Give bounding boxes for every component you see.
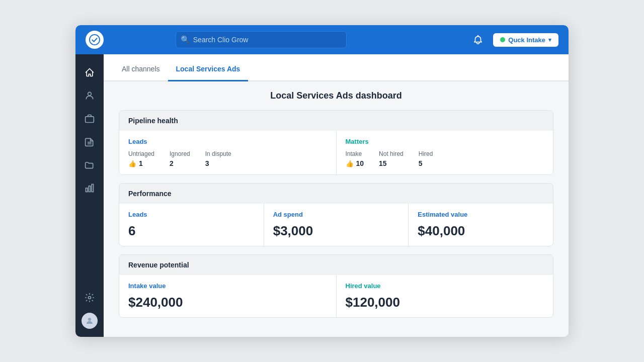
sidebar-item-folders[interactable] — [79, 155, 100, 175]
svg-rect-2 — [86, 117, 94, 123]
search-icon: 🔍 — [181, 35, 190, 44]
sidebar-item-reports[interactable] — [79, 178, 100, 198]
sidebar-item-matters[interactable] — [79, 109, 100, 129]
intake-value: 👍 10 — [346, 159, 364, 167]
thumb-teal-icon: 👍 — [346, 160, 354, 167]
ignored-metric: Ignored 2 — [170, 150, 190, 167]
svg-point-1 — [88, 92, 92, 96]
performance-header: Performance — [119, 184, 553, 204]
thumb-icon: 👍 — [128, 160, 136, 167]
sidebar-item-home[interactable] — [79, 62, 100, 82]
perf-ad-spend-value: $3,000 — [273, 223, 399, 239]
tab-bar: All channels Local Services Ads — [104, 54, 569, 81]
search-input[interactable] — [176, 31, 347, 48]
app-window: 🔍 Quck Intake ▾ — [75, 25, 569, 337]
svg-rect-6 — [89, 186, 90, 192]
ignored-value: 2 — [170, 159, 190, 167]
tab-local-services-ads[interactable]: Local Services Ads — [168, 58, 249, 81]
perf-est-value-label: Estimated value — [418, 211, 544, 218]
sidebar-item-contacts[interactable] — [79, 85, 100, 106]
untriaged-label: Untriaged — [128, 150, 154, 157]
performance-body: Leads 6 Ad spend $3,000 Estimated value … — [119, 204, 553, 246]
hired-label: Hired — [419, 150, 433, 157]
svg-point-9 — [88, 318, 91, 321]
sidebar-bottom — [79, 288, 100, 329]
perf-ad-spend-section: Ad spend $3,000 — [264, 204, 409, 246]
not-hired-metric: Not hired 15 — [379, 150, 404, 167]
in-dispute-label: In dispute — [205, 150, 231, 157]
revenue-potential-card: Revenue potential Intake value $240,000 … — [119, 254, 553, 318]
intake-label: Quck Intake — [508, 36, 545, 44]
content-area: All channels Local Services Ads Local Se… — [104, 54, 569, 337]
intake-label: Intake — [346, 150, 364, 157]
hired-metric: Hired 5 — [419, 150, 433, 167]
leads-section-title: Leads — [128, 138, 327, 145]
leads-metrics: Untriaged 👍 1 Ignored 2 — [128, 150, 327, 167]
hired-value-label: Hired value — [346, 282, 544, 290]
sidebar — [75, 54, 104, 337]
in-dispute-metric: In dispute 3 — [205, 150, 231, 167]
untriaged-metric: Untriaged 👍 1 — [128, 150, 154, 167]
topbar: 🔍 Quck Intake ▾ — [75, 25, 569, 54]
revenue-potential-header: Revenue potential — [119, 255, 553, 275]
main-area: All channels Local Services Ads Local Se… — [75, 54, 569, 337]
matters-metrics: Intake 👍 10 Not hired 15 — [346, 150, 544, 167]
svg-rect-7 — [92, 185, 93, 192]
status-dot — [500, 37, 505, 42]
ignored-label: Ignored — [170, 150, 190, 157]
intake-value-section: Intake value $240,000 — [119, 275, 337, 317]
not-hired-value: 15 — [379, 159, 404, 167]
hired-value-section: Hired value $120,000 — [337, 275, 553, 317]
revenue-potential-body: Intake value $240,000 Hired value $120,0… — [119, 275, 553, 317]
logo[interactable] — [86, 31, 104, 49]
pipeline-health-header: Pipeline health — [119, 111, 553, 131]
hired-value-amount: $120,000 — [346, 295, 544, 310]
intake-value-amount: $240,000 — [128, 295, 327, 310]
untriaged-value: 👍 1 — [128, 159, 154, 167]
sidebar-item-documents[interactable] — [79, 132, 100, 152]
perf-leads-label: Leads — [128, 211, 255, 218]
sidebar-item-settings[interactable] — [79, 288, 100, 308]
notification-bell[interactable] — [470, 32, 486, 48]
search-bar[interactable]: 🔍 — [176, 31, 347, 48]
pipeline-leads-section: Leads Untriaged 👍 1 — [119, 131, 337, 174]
not-hired-label: Not hired — [379, 150, 404, 157]
pipeline-health-body: Leads Untriaged 👍 1 — [119, 131, 553, 174]
svg-point-8 — [89, 297, 91, 299]
avatar[interactable] — [82, 313, 98, 329]
perf-leads-value: 6 — [128, 223, 255, 239]
performance-card: Performance Leads 6 Ad spend $3,000 Esti… — [119, 183, 553, 246]
pipeline-matters-section: Matters Intake 👍 10 — [337, 131, 553, 174]
dashboard: Local Services Ads dashboard Pipeline he… — [104, 81, 569, 337]
perf-leads-section: Leads 6 — [119, 204, 264, 246]
hired-value: 5 — [419, 159, 433, 167]
in-dispute-value: 3 — [205, 159, 231, 167]
perf-ad-spend-label: Ad spend — [273, 211, 399, 218]
svg-rect-5 — [86, 188, 88, 192]
matters-section-title: Matters — [346, 138, 544, 145]
dashboard-title: Local Services Ads dashboard — [119, 90, 553, 101]
perf-est-value-section: Estimated value $40,000 — [409, 204, 553, 246]
pipeline-health-card: Pipeline health Leads Untriaged 👍 1 — [119, 110, 553, 175]
intake-value-label: Intake value — [128, 282, 327, 290]
svg-point-0 — [90, 35, 100, 45]
tab-all-channels[interactable]: All channels — [114, 58, 168, 81]
perf-est-value: $40,000 — [418, 223, 544, 239]
quick-intake-button[interactable]: Quck Intake ▾ — [493, 33, 558, 47]
chevron-down-icon: ▾ — [548, 37, 551, 43]
intake-metric: Intake 👍 10 — [346, 150, 364, 167]
topbar-right: Quck Intake ▾ — [470, 32, 558, 48]
